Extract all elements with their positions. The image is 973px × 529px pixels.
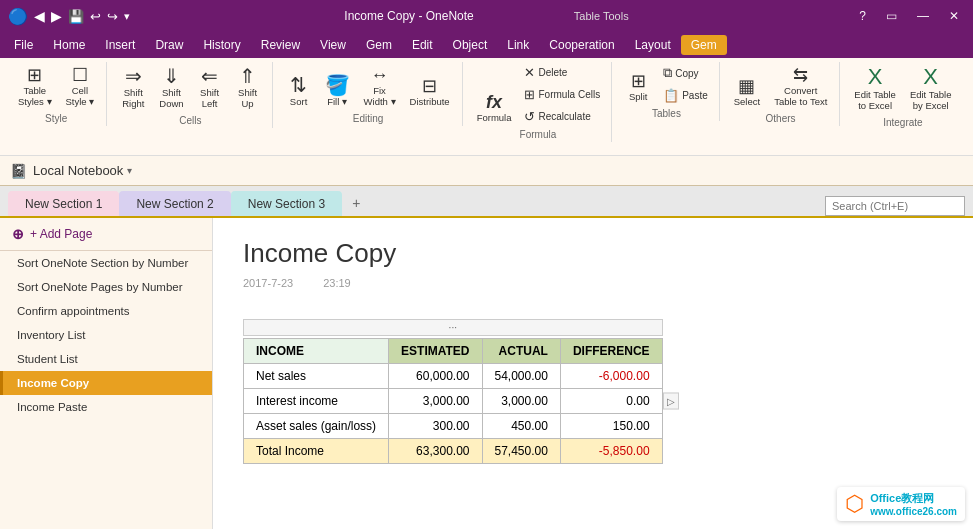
page-item-sort-pages[interactable]: Sort OneNote Pages by Number [0,275,212,299]
ribbon-group-formula: fx Formula ✕ Delete ⊞ Formula Cells ↺ Re… [465,62,613,142]
recalculate-label: Recalculate [538,111,590,122]
menu-view[interactable]: View [310,35,356,55]
edit-to-excel-btn[interactable]: X Edit Tableto Excel [848,62,902,115]
section-tab-3[interactable]: New Section 3 [231,191,342,216]
table-row: Interest income 3,000.00 3,000.00 0.00 [244,389,663,414]
table-styles-icon: ⊞ [27,66,42,84]
page-item-student[interactable]: Student List [0,347,212,371]
row1-estimated: 60,000.00 [389,364,482,389]
menu-history[interactable]: History [193,35,250,55]
page-item-confirm-label: Confirm appointments [17,305,130,317]
section-tab-2[interactable]: New Section 2 [119,191,230,216]
ribbon-group-integrate: X Edit Tableto Excel X Edit Tableby Exce… [842,62,963,130]
style-group-label: Style [45,113,67,124]
page-item-sort-section[interactable]: Sort OneNote Section by Number [0,251,212,275]
formula-group-label: Formula [520,129,557,140]
split-label: Split [629,91,647,102]
cells-group-label: Cells [179,115,201,126]
shift-right-btn[interactable]: ⇒ ShiftRight [115,62,151,113]
others-group-label: Others [766,113,796,124]
ribbon-group-tables: ⊞ Split ⧉ Copy 📋 Paste Tables [614,62,720,121]
add-page-btn[interactable]: ⊕ + Add Page [0,218,212,251]
menu-file[interactable]: File [4,35,43,55]
notebook-dropdown-arrow[interactable]: ▾ [127,165,132,176]
delete-icon: ✕ [524,65,535,80]
menu-cooperation[interactable]: Cooperation [539,35,624,55]
menu-layout[interactable]: Layout [625,35,681,55]
distribute-btn[interactable]: ⊟ Distribute [404,73,456,111]
edit-by-excel-btn[interactable]: X Edit Tableby Excel [904,62,958,115]
quick-access-back[interactable]: ◀ [34,8,45,24]
page-item-inventory[interactable]: Inventory List [0,323,212,347]
menu-insert[interactable]: Insert [95,35,145,55]
delete-btn[interactable]: ✕ Delete [519,62,605,83]
row1-difference: -6,000.00 [560,364,662,389]
fill-label: Fill ▾ [327,96,347,107]
shift-right-label: ShiftRight [122,87,144,109]
page-time: 23:19 [323,277,351,289]
shift-left-btn[interactable]: ⇐ ShiftLeft [192,62,228,113]
add-page-label: + Add Page [30,227,92,241]
convert-table-label: ConvertTable to Text [774,85,827,107]
split-btn[interactable]: ⊞ Split [620,68,656,106]
table-styles-btn[interactable]: ⊞ TableStyles ▾ [12,62,58,111]
restore-btn[interactable]: ▭ [880,7,903,25]
total-actual: 57,450.00 [482,439,560,464]
page-item-inventory-label: Inventory List [17,329,85,341]
formula-cells-btn[interactable]: ⊞ Formula Cells [519,84,605,105]
excel-icon-2: X [923,66,938,88]
formula-btn[interactable]: fx Formula [471,89,518,127]
search-input[interactable] [825,196,965,216]
formula-label: Formula [477,112,512,123]
close-btn[interactable]: ✕ [943,7,965,25]
fill-btn[interactable]: 🪣 Fill ▾ [319,71,356,111]
menu-link[interactable]: Link [497,35,539,55]
menu-gem[interactable]: Gem [356,35,402,55]
sort-btn[interactable]: ⇅ Sort [281,71,317,111]
shift-up-label: ShiftUp [238,87,257,109]
minimize-btn[interactable]: — [911,7,935,25]
page-item-income-paste[interactable]: Income Paste [0,395,212,419]
customize-icon[interactable]: ▾ [124,10,130,23]
section-tab-1[interactable]: New Section 1 [8,191,119,216]
menu-review[interactable]: Review [251,35,310,55]
table-handle-top[interactable]: ··· [243,319,663,336]
table-handle-right[interactable]: ▷ [663,393,679,410]
shift-up-btn[interactable]: ⇑ ShiftUp [230,62,266,113]
menu-object[interactable]: Object [443,35,498,55]
distribute-icon: ⊟ [422,77,437,95]
copy-btn[interactable]: ⧉ Copy [658,62,713,84]
recalculate-btn[interactable]: ↺ Recalculate [519,106,605,127]
paste-btn[interactable]: 📋 Paste [658,85,713,106]
menu-home[interactable]: Home [43,35,95,55]
table-header-row: INCOME ESTIMATED ACTUAL DIFFERENCE [244,339,663,364]
row3-difference: 150.00 [560,414,662,439]
save-icon[interactable]: 💾 [68,9,84,24]
menu-draw[interactable]: Draw [145,35,193,55]
col-income: INCOME [244,339,389,364]
cell-style-label: CellStyle ▾ [66,85,95,107]
table-row: Net sales 60,000.00 54,000.00 -6,000.00 [244,364,663,389]
menu-edit[interactable]: Edit [402,35,443,55]
menu-gem-active[interactable]: Gem [681,35,727,55]
shift-left-label: ShiftLeft [200,87,219,109]
page-item-confirm-appointments[interactable]: Confirm appointments [0,299,212,323]
quick-access-forward[interactable]: ▶ [51,8,62,24]
tables-group-label: Tables [652,108,681,119]
notebook-label[interactable]: Local Notebook [33,163,123,178]
section-tab-add[interactable]: + [342,190,370,216]
fix-width-btn[interactable]: ↔ FixWidth ▾ [358,62,402,111]
select-btn[interactable]: ▦ Select [728,73,766,111]
cell-style-btn[interactable]: ☐ CellStyle ▾ [60,62,101,111]
window-title: Income Copy - OneNote Table Tools [344,9,628,23]
page-item-income-copy[interactable]: Income Copy [0,371,212,395]
table-row: Asset sales (gain/loss) 300.00 450.00 15… [244,414,663,439]
total-difference: -5,850.00 [560,439,662,464]
edit-to-excel-label: Edit Tableto Excel [854,89,896,111]
convert-table-btn[interactable]: ⇆ ConvertTable to Text [768,62,833,111]
title-bar: 🔵 ◀ ▶ 💾 ↩ ↪ ▾ Income Copy - OneNote Tabl… [0,0,973,32]
undo-icon[interactable]: ↩ [90,9,101,24]
redo-icon[interactable]: ↪ [107,9,118,24]
help-btn[interactable]: ? [853,7,872,25]
shift-down-btn[interactable]: ⇓ ShiftDown [153,62,189,113]
